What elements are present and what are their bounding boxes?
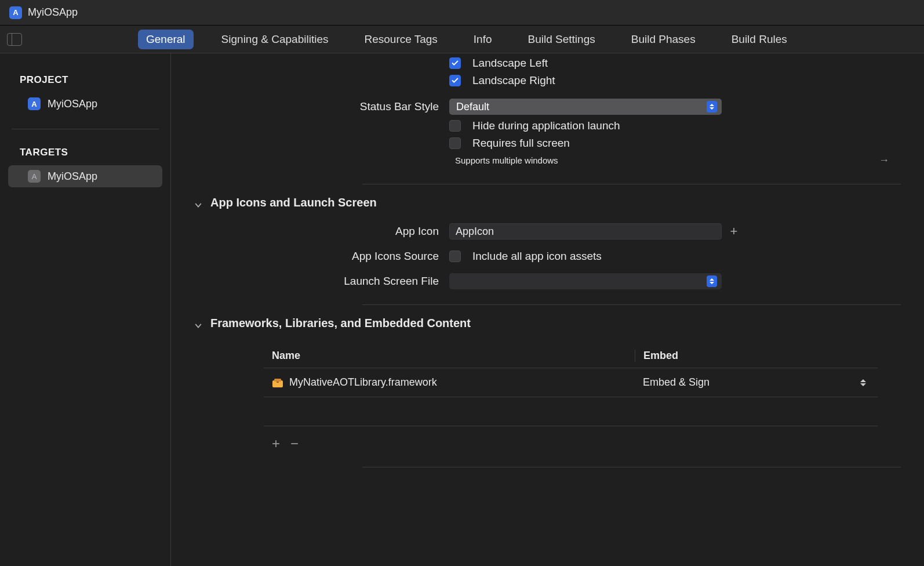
frameworks-table-header: Name Embed [264, 344, 878, 368]
app-icons-section-title: App Icons and Launch Screen [210, 196, 377, 209]
tab-info[interactable]: Info [465, 30, 500, 49]
frameworks-section-title: Frameworks, Libraries, and Embedded Cont… [210, 317, 471, 330]
launch-screen-file-label: Launch Screen File [171, 275, 449, 288]
tab-build-settings[interactable]: Build Settings [520, 30, 603, 49]
project-heading: PROJECT [0, 71, 170, 92]
target-icon [28, 170, 41, 183]
tabs: General Signing & Capabilities Resource … [138, 30, 795, 49]
tab-general[interactable]: General [138, 30, 194, 49]
embed-stepper-icon[interactable] [860, 379, 868, 386]
frameworks-table: Name Embed MyNativeAOTLibrary.framework … [264, 344, 878, 452]
project-navigator: PROJECT MyiOSApp TARGETS MyiOSApp [0, 53, 171, 566]
chevron-down-icon [194, 199, 202, 207]
status-bar-style-label: Status Bar Style [171, 100, 449, 113]
project-icon [28, 97, 41, 110]
app-icon-input[interactable] [449, 223, 722, 240]
editor-content: Landscape Left Landscape Right Status Ba… [171, 53, 924, 566]
dropdown-stepper-icon [707, 101, 717, 113]
tab-signing[interactable]: Signing & Capabilities [213, 30, 337, 49]
landscape-left-checkbox[interactable] [449, 57, 461, 69]
tab-build-rules[interactable]: Build Rules [723, 30, 795, 49]
project-item-label: MyiOSApp [48, 98, 97, 110]
arrow-right-icon[interactable]: → [879, 154, 889, 166]
col-name-header[interactable]: Name [264, 350, 635, 362]
framework-icon [272, 378, 283, 388]
sidebar-divider [12, 129, 159, 129]
requires-full-screen-checkbox[interactable] [449, 137, 461, 149]
app-icons-source-label: App Icons Source [171, 250, 449, 263]
frameworks-empty-row [264, 397, 878, 426]
add-app-icon-button[interactable]: + [727, 225, 740, 238]
add-framework-button[interactable]: + [272, 436, 280, 452]
section-divider [362, 467, 901, 467]
project-item[interactable]: MyiOSApp [8, 93, 162, 115]
include-all-assets-label: Include all app icon assets [472, 250, 602, 263]
frameworks-actions: + − [264, 426, 878, 452]
frameworks-section-header[interactable]: Frameworks, Libraries, and Embedded Cont… [171, 317, 901, 330]
col-embed-header[interactable]: Embed [635, 350, 878, 362]
svg-rect-1 [274, 379, 281, 382]
launch-screen-file-select[interactable] [449, 273, 722, 289]
landscape-left-label: Landscape Left [472, 57, 548, 70]
app-icon [9, 6, 22, 19]
app-icon-label: App Icon [171, 225, 449, 238]
supports-multiple-windows-label: Supports multiple windows [455, 155, 558, 165]
include-all-assets-checkbox[interactable] [449, 251, 461, 262]
requires-full-screen-label: Requires full screen [472, 137, 570, 150]
status-bar-style-select[interactable]: Default [449, 99, 722, 115]
targets-heading: TARGETS [0, 143, 170, 164]
check-icon [451, 77, 459, 85]
framework-row[interactable]: MyNativeAOTLibrary.framework Embed & Sig… [264, 368, 878, 397]
chevron-down-icon [194, 320, 202, 328]
landscape-right-label: Landscape Right [472, 74, 555, 87]
hide-during-launch-label: Hide during application launch [472, 119, 620, 132]
titlebar: MyiOSApp [0, 0, 924, 26]
svg-rect-2 [277, 382, 279, 383]
framework-name: MyNativeAOTLibrary.framework [289, 376, 437, 389]
sidebar-toggle-button[interactable] [7, 33, 22, 46]
hide-during-launch-checkbox[interactable] [449, 120, 461, 132]
target-item[interactable]: MyiOSApp [8, 165, 162, 187]
tab-bar: General Signing & Capabilities Resource … [0, 26, 924, 53]
section-divider [362, 304, 901, 305]
window-title: MyiOSApp [28, 6, 78, 19]
remove-framework-button[interactable]: − [290, 436, 299, 452]
dropdown-stepper-icon [707, 275, 717, 287]
app-icons-section-header[interactable]: App Icons and Launch Screen [171, 196, 901, 209]
status-bar-style-value: Default [456, 101, 489, 113]
check-icon [451, 59, 459, 67]
landscape-right-checkbox[interactable] [449, 75, 461, 86]
target-item-label: MyiOSApp [48, 170, 97, 183]
section-divider [362, 184, 901, 184]
tab-resource-tags[interactable]: Resource Tags [356, 30, 445, 49]
tab-build-phases[interactable]: Build Phases [623, 30, 704, 49]
framework-embed-value: Embed & Sign [643, 376, 710, 389]
